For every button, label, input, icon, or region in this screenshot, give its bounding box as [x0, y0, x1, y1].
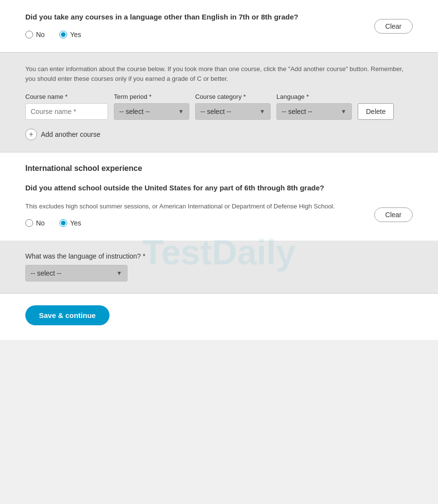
term-period-chevron-icon: ▼ — [178, 108, 184, 115]
term-period-select[interactable]: -- select -- ▼ — [114, 103, 189, 120]
course-category-chevron-icon: ▼ — [259, 108, 265, 115]
language-value: -- select -- — [282, 108, 312, 115]
course-section: You can enter information about the cour… — [0, 53, 438, 152]
question1-yes-text: Yes — [70, 31, 81, 38]
course-name-input[interactable] — [25, 103, 108, 120]
international-radio-group: No Yes — [25, 219, 81, 227]
add-course-label: Add another course — [41, 131, 100, 138]
question1-clear-button[interactable]: Clear — [374, 19, 413, 34]
course-category-label: Course category * — [195, 93, 271, 100]
term-period-value: -- select -- — [119, 108, 150, 115]
delete-button[interactable]: Delete — [358, 103, 394, 120]
course-category-value: -- select -- — [201, 108, 231, 115]
question1-no-radio[interactable] — [25, 31, 33, 38]
international-question: Did you attend school outside the United… — [25, 183, 413, 193]
international-section: International school experience Did you … — [0, 152, 438, 241]
question1-radio-row: No Yes Clear — [25, 31, 413, 40]
question1-no-label[interactable]: No — [25, 31, 45, 38]
international-no-text: No — [36, 219, 45, 227]
language-instruction-section: What was the language of instruction? * … — [0, 241, 438, 293]
language-group: Language * -- select -- ▼ — [276, 93, 352, 120]
international-sub-text: This excludes high school summer session… — [25, 202, 413, 211]
international-clear-button[interactable]: Clear — [374, 207, 413, 222]
language-instruction-label: What was the language of instruction? * — [25, 252, 413, 260]
course-name-group: Course name * — [25, 93, 108, 120]
course-name-label: Course name * — [25, 93, 108, 100]
language-label: Language * — [276, 93, 352, 100]
question1-yes-radio[interactable] — [59, 31, 67, 38]
international-yes-text: Yes — [70, 219, 81, 227]
question1-radio-group: No Yes — [25, 31, 81, 38]
question1-no-text: No — [36, 31, 45, 38]
question1-yes-label[interactable]: Yes — [59, 31, 81, 38]
term-period-label: Term period * — [114, 93, 189, 100]
language-instruction-select[interactable]: -- select -- ▼ — [25, 265, 128, 281]
international-no-radio[interactable] — [25, 219, 33, 227]
question1-text: Did you take any courses in a language o… — [25, 12, 413, 22]
international-yes-radio[interactable] — [59, 219, 67, 227]
question1-section: Did you take any courses in a language o… — [0, 0, 438, 52]
course-form-row: Course name * Term period * -- select --… — [25, 93, 413, 120]
save-continue-button[interactable]: Save & continue — [25, 305, 110, 325]
international-no-label[interactable]: No — [25, 219, 45, 227]
bottom-section: Save & continue — [0, 294, 438, 340]
international-radio-row: No Yes Clear — [25, 219, 413, 229]
language-instruction-chevron-icon: ▼ — [116, 270, 122, 277]
course-category-select[interactable]: -- select -- ▼ — [195, 103, 271, 120]
page-container: Did you take any courses in a language o… — [0, 0, 438, 340]
delete-group: Delete — [358, 93, 394, 120]
course-category-group: Course category * -- select -- ▼ — [195, 93, 271, 120]
language-select[interactable]: -- select -- ▼ — [276, 103, 352, 120]
international-header: International school experience — [25, 164, 413, 173]
term-period-group: Term period * -- select -- ▼ — [114, 93, 189, 120]
add-course-button[interactable]: + Add another course — [25, 129, 413, 140]
language-chevron-icon: ▼ — [341, 108, 347, 115]
add-course-plus-icon: + — [25, 129, 37, 140]
course-info-text: You can enter information about the cour… — [25, 64, 413, 83]
language-instruction-value: -- select -- — [31, 269, 61, 277]
international-yes-label[interactable]: Yes — [59, 219, 81, 227]
